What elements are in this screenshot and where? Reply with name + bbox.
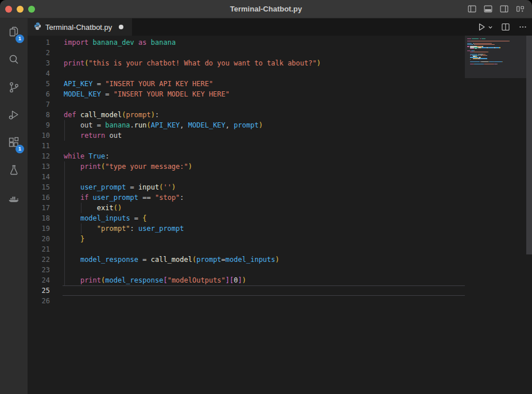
vscode-window: Terminal-Chatbot.py [0,0,532,394]
split-editor-icon[interactable] [501,22,510,32]
line-number: 16 [28,192,50,203]
line-number: 10 [28,130,50,141]
toggle-primary-sidebar-icon[interactable] [467,4,477,14]
line-number: 11 [28,141,50,151]
line-number: 5 [28,79,50,89]
code-line[interactable]: 15 user_prompt = input('') [28,182,465,192]
extensions-badge: 1 [15,145,24,153]
code-line[interactable]: 4 [28,68,465,79]
vertical-scrollbar[interactable] [526,36,532,254]
line-number: 25 [28,285,50,296]
code-line[interactable]: 10 return out [28,130,465,141]
modified-indicator-dot[interactable] [119,25,123,29]
code-line[interactable]: 11 [28,141,465,151]
line-number: 1 [28,37,50,48]
code-text: } [64,234,84,244]
tab-bar: Terminal-Chatbot.py [28,18,532,36]
code-line[interactable]: 21 [28,244,465,254]
code-text: API_KEY = "INSERT YOUR API KEY HERE" [64,79,213,89]
code-text: out = banana.run(API_KEY, MODEL_KEY, pro… [64,120,263,130]
line-number: 6 [28,89,50,99]
line-number: 15 [28,182,50,192]
code-text: model_response = call_model(prompt=model… [64,254,279,265]
code-text: "prompt": user_prompt [64,223,184,234]
code-text: if user_prompt == "stop": [64,192,184,203]
tab-terminal-chatbot[interactable]: Terminal-Chatbot.py [28,18,132,36]
run-and-debug-icon [7,108,21,122]
code-lines: 1import banana_dev as banana23print("thi… [28,37,465,306]
code-text: print("type your message:") [64,161,192,172]
line-number: 9 [28,120,50,130]
testing-flask-icon [7,163,21,177]
line-number: 13 [28,161,50,172]
line-number: 24 [28,275,50,285]
line-number: 12 [28,151,50,161]
minimap[interactable] [465,36,526,78]
code-text: return out [64,130,122,141]
run-python-file-icon[interactable] [477,22,493,32]
line-number: 20 [28,234,50,244]
code-line[interactable]: 8def call_model(prompt): [28,110,465,120]
run-dropdown-chevron-icon [488,25,493,30]
titlebar: Terminal-Chatbot.py [0,0,532,18]
explorer-badge: 1 [15,34,24,43]
code-text: while True: [64,151,110,161]
editor-group: Terminal-Chatbot.py [28,18,532,394]
line-number: 4 [28,68,50,79]
code-line[interactable]: 9 out = banana.run(API_KEY, MODEL_KEY, p… [28,120,465,130]
customize-layout-icon[interactable] [515,4,525,14]
code-line[interactable]: 25 [28,285,465,296]
code-line[interactable]: 22 model_response = call_model(prompt=mo… [28,254,465,265]
code-editor[interactable]: 1import banana_dev as banana23print("thi… [28,36,532,394]
code-line[interactable]: 19 "prompt": user_prompt [28,223,465,234]
sidebar-item-search[interactable] [0,46,28,74]
code-text: exit() [64,203,122,213]
activity-bar: 1 [0,18,28,394]
sidebar-item-source-control[interactable] [0,74,28,101]
code-line[interactable]: 18 model_inputs = { [28,213,465,223]
line-number: 3 [28,58,50,68]
line-number: 18 [28,213,50,223]
code-line[interactable]: 14 [28,172,465,182]
line-number: 17 [28,203,50,213]
code-text: model_inputs = { [64,213,147,223]
source-control-icon [7,80,21,94]
code-line[interactable]: 3print("this is your chatbot! What do yo… [28,58,465,68]
code-line[interactable]: 23 [28,265,465,275]
window-title: Terminal-Chatbot.py [0,0,532,18]
line-number: 2 [28,48,50,58]
more-actions-icon[interactable] [518,22,527,32]
code-line[interactable]: 1import banana_dev as banana [28,37,465,48]
sidebar-item-testing[interactable] [0,156,28,184]
code-line[interactable]: 2 [28,48,465,58]
code-line[interactable]: 16 if user_prompt == "stop": [28,192,465,203]
code-line[interactable]: 24 print(model_response["modelOutputs"][… [28,275,465,285]
toggle-secondary-sidebar-icon[interactable] [499,4,509,14]
code-text: import banana_dev as banana [64,37,176,48]
line-number: 21 [28,244,50,254]
sidebar-item-docker[interactable] [0,184,28,211]
sidebar-item-extensions[interactable]: 1 [0,129,28,156]
toggle-panel-icon[interactable] [483,4,493,14]
code-line[interactable]: 7 [28,99,465,110]
line-number: 19 [28,223,50,234]
python-file-icon [33,22,42,33]
code-text: MODEL_KEY = "INSERT YOUR MODEL KEY HERE" [64,89,230,99]
sidebar-item-run-debug[interactable] [0,101,28,129]
code-line[interactable]: 6MODEL_KEY = "INSERT YOUR MODEL KEY HERE… [28,89,465,99]
line-number: 14 [28,172,50,182]
code-line[interactable]: 5API_KEY = "INSERT YOUR API KEY HERE" [28,79,465,89]
tab-label: Terminal-Chatbot.py [45,23,112,32]
search-icon [7,53,21,67]
docker-whale-icon [7,191,21,204]
code-text: user_prompt = input('') [64,182,176,192]
sidebar-item-explorer[interactable]: 1 [0,18,28,46]
code-line[interactable]: 17 exit() [28,203,465,213]
code-line[interactable]: 13 print("type your message:") [28,161,465,172]
code-line[interactable]: 26 [28,296,465,306]
line-number: 23 [28,265,50,275]
code-line[interactable]: 12while True: [28,151,465,161]
code-line[interactable]: 20 } [28,234,465,244]
line-number: 8 [28,110,50,120]
line-number: 26 [28,296,50,306]
